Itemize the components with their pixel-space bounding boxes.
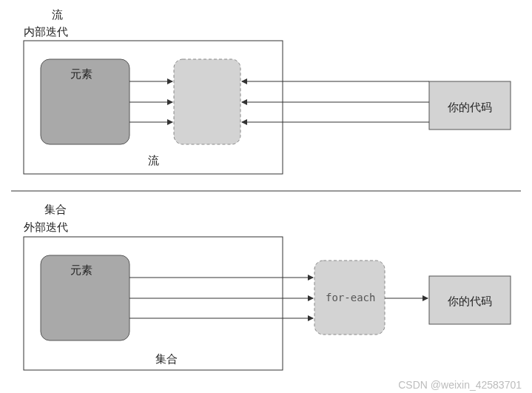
collection-subtitle: 外部迭代	[24, 221, 68, 233]
diagram-root: 流 内部迭代 元素 流 你的代码 集合 外部迭代 元素 集合	[0, 0, 532, 393]
collection-inner-label: 集合	[155, 352, 178, 365]
watermark: CSDN @weixin_42583701	[398, 379, 522, 391]
stream-box	[174, 59, 240, 144]
stream-title: 流	[52, 8, 63, 21]
code-label-bottom: 你的代码	[447, 295, 492, 307]
foreach-label: for-each	[326, 292, 375, 303]
code-label-top: 你的代码	[447, 101, 492, 113]
collection-title: 集合	[44, 203, 67, 215]
collection-diagram: 集合 外部迭代 元素 集合 for-each 你的代码	[24, 203, 511, 370]
stream-diagram: 流 内部迭代 元素 流 你的代码	[24, 8, 511, 174]
stream-inner-label: 流	[148, 154, 159, 167]
stream-subtitle: 内部迭代	[24, 25, 68, 38]
element-label-bottom: 元素	[70, 263, 92, 276]
element-label-top: 元素	[70, 67, 92, 80]
